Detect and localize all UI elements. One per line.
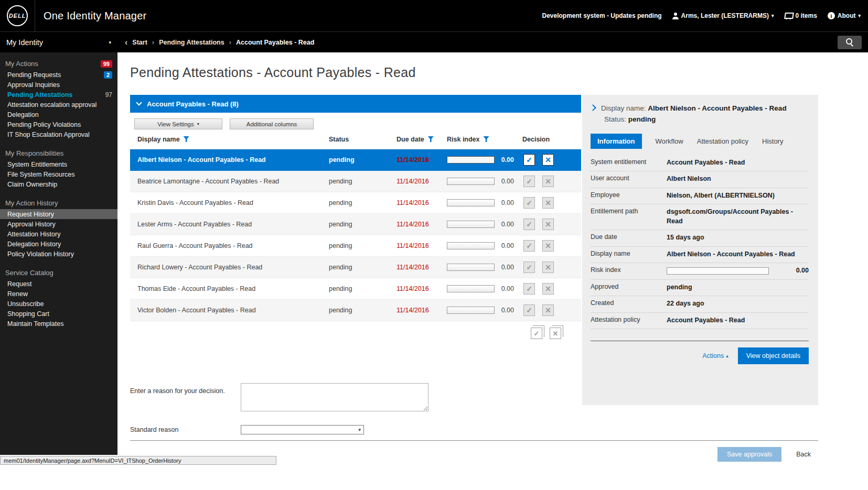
approve-button[interactable]: ✓ (523, 197, 535, 209)
table-row[interactable]: Albert Nielson - Account Payables - Read… (130, 149, 581, 171)
deny-button[interactable]: ✕ (542, 283, 554, 295)
sidebar-item-request-history[interactable]: Request History (0, 209, 117, 219)
sidebar-item-approval-inquiries[interactable]: Approval Inquiries (0, 80, 117, 90)
detail-label: Display name (591, 250, 667, 257)
approve-button[interactable]: ✓ (523, 154, 535, 166)
user-menu[interactable]: Arms, Lester (LESTERARMS) ▾ (672, 12, 774, 19)
tab-information[interactable]: Information (591, 134, 642, 149)
section-title: My Actions (5, 60, 38, 68)
row-due-date: 11/14/2016 (397, 178, 447, 185)
section-header[interactable]: Account Payables - Read (8) (130, 95, 581, 113)
deny-button[interactable]: ✕ (542, 240, 554, 252)
sidebar-item-system-entitlements[interactable]: System Entitlements (0, 159, 117, 169)
deny-all-icon[interactable]: ✕ (550, 328, 561, 339)
menu-selector[interactable]: My Identity ▾ (0, 32, 117, 52)
breadcrumb-pending-attestations[interactable]: Pending Attestations (159, 39, 224, 46)
sidebar-item-label: Request (7, 280, 32, 288)
risk-value: 0.00 (796, 266, 809, 276)
sidebar-item-delegation[interactable]: Delegation (0, 110, 117, 119)
breadcrumb-start[interactable]: Start (132, 39, 147, 46)
sidebar-item-label: Unsubscribe (7, 300, 44, 308)
display-name-label: Display name: (601, 104, 646, 112)
about-menu[interactable]: i About ▾ (828, 12, 861, 19)
row-status: pending (329, 307, 397, 314)
sidebar-item-renew[interactable]: Renew (0, 289, 117, 299)
sidebar-item-it-shop-escalation-approval[interactable]: IT Shop Escalation Approval (0, 129, 117, 139)
additional-columns-button[interactable]: Additional columns (230, 118, 314, 129)
back-button[interactable]: Back (789, 447, 818, 462)
table-row[interactable]: Raul Guerra - Account Payables - Read pe… (130, 235, 581, 257)
detail-row-created: Created 22 days ago (591, 296, 809, 313)
filter-icon[interactable] (184, 136, 189, 142)
sidebar-item-claim-ownership[interactable]: Claim Ownership (0, 179, 117, 189)
detail-panel: Display name: Albert Nielson - Account P… (582, 95, 818, 405)
standard-reason-select[interactable]: ▾ (241, 425, 364, 434)
sidebar-item-unsubscribe[interactable]: Unsubscribe (0, 299, 117, 309)
detail-row-approved: Approved pending (591, 280, 809, 297)
detail-label: Attestation policy (591, 316, 667, 323)
actions-menu[interactable]: Actions ▴ (702, 352, 728, 360)
additional-columns-label: Additional columns (247, 121, 297, 127)
sidebar-item-label: File System Resources (7, 171, 75, 178)
approve-button[interactable]: ✓ (523, 304, 535, 316)
column-label: Due date (397, 136, 424, 143)
tab-workflow[interactable]: Workflow (656, 134, 683, 149)
cart-menu[interactable]: 0 items (784, 12, 817, 19)
divider (35, 0, 35, 31)
breadcrumb: ‹ Start › Pending Attestations › Account… (117, 32, 838, 52)
detail-value: pending (667, 283, 809, 292)
approve-button[interactable]: ✓ (523, 262, 535, 273)
sidebar-item-approval-history[interactable]: Approval History (0, 219, 117, 229)
table-row[interactable]: Beatrice Lamontagne - Account Payables -… (130, 171, 581, 192)
table-row[interactable]: Thomas Eide - Account Payables - Read pe… (130, 278, 581, 300)
filter-icon[interactable] (428, 136, 434, 142)
sidebar-item-request[interactable]: Request (0, 279, 117, 289)
sidebar-item-shopping-cart[interactable]: Shopping Cart (0, 309, 117, 319)
bulk-actions: ✓ ✕ (130, 328, 581, 339)
reason-textarea[interactable] (241, 383, 428, 411)
detail-table: System entitlement Account Payables - Re… (591, 155, 809, 330)
deny-button[interactable]: ✕ (542, 197, 554, 209)
table-row[interactable]: Richard Lowery - Account Payables - Read… (130, 257, 581, 278)
row-risk-index: 0.00 (447, 221, 522, 228)
row-status: pending (329, 178, 397, 185)
table-row[interactable]: Kristin Davis - Account Payables - Read … (130, 192, 581, 214)
sidebar-item-pending-policy-violations[interactable]: Pending Policy Violations (0, 119, 117, 129)
deny-button[interactable]: ✕ (542, 176, 554, 187)
column-label: Display name (137, 136, 180, 143)
row-status: pending (329, 242, 397, 249)
deny-button[interactable]: ✕ (542, 154, 554, 166)
table-row[interactable]: Lester Arms - Account Payables - Read pe… (130, 214, 581, 235)
sidebar-item-policy-violation-history[interactable]: Policy Violation History (0, 249, 117, 259)
filter-icon[interactable] (484, 136, 489, 142)
back-chevron-icon[interactable]: ‹ (125, 38, 127, 47)
sidebar-item-delegation-history[interactable]: Delegation History (0, 239, 117, 249)
chevron-down-icon: ▾ (771, 13, 774, 18)
sidebar-item-pending-requests[interactable]: Pending Requests 2 (0, 70, 117, 80)
approve-all-icon[interactable]: ✓ (531, 328, 542, 339)
deny-button[interactable]: ✕ (542, 262, 554, 273)
approve-button[interactable]: ✓ (523, 219, 535, 230)
search-button[interactable] (838, 36, 862, 49)
sidebar-item-attestation-history[interactable]: Attestation History (0, 229, 117, 239)
tab-attestation-policy[interactable]: Attestation policy (697, 134, 748, 149)
sidebar-item-attestation-escalation-approval[interactable]: Attestation escalation approval (0, 100, 117, 110)
chevron-right-icon[interactable] (590, 104, 596, 111)
risk-bar (667, 267, 769, 275)
deny-button[interactable]: ✕ (542, 304, 554, 316)
view-settings-button[interactable]: View Settings ▾ (134, 118, 222, 129)
panel-header-text: Display name: Albert Nielson - Account P… (601, 103, 809, 125)
sidebar-item-pending-attestations[interactable]: Pending Attestations 97 (0, 90, 117, 100)
approve-button[interactable]: ✓ (523, 176, 535, 187)
table-row[interactable]: Victor Bolden - Account Payables - Read … (130, 300, 581, 321)
sidebar-item-maintain-templates[interactable]: Maintain Templates (0, 319, 117, 329)
chevron-down-icon: ▾ (358, 427, 361, 432)
approve-button[interactable]: ✓ (523, 240, 535, 252)
tab-history[interactable]: History (762, 134, 783, 149)
deny-button[interactable]: ✕ (542, 219, 554, 230)
check-icon: ✓ (534, 330, 540, 337)
save-approvals-button[interactable]: Save approvals (717, 447, 781, 462)
view-object-details-button[interactable]: View object details (738, 347, 809, 364)
approve-button[interactable]: ✓ (523, 283, 535, 295)
sidebar-item-file-system-resources[interactable]: File System Resources (0, 169, 117, 179)
